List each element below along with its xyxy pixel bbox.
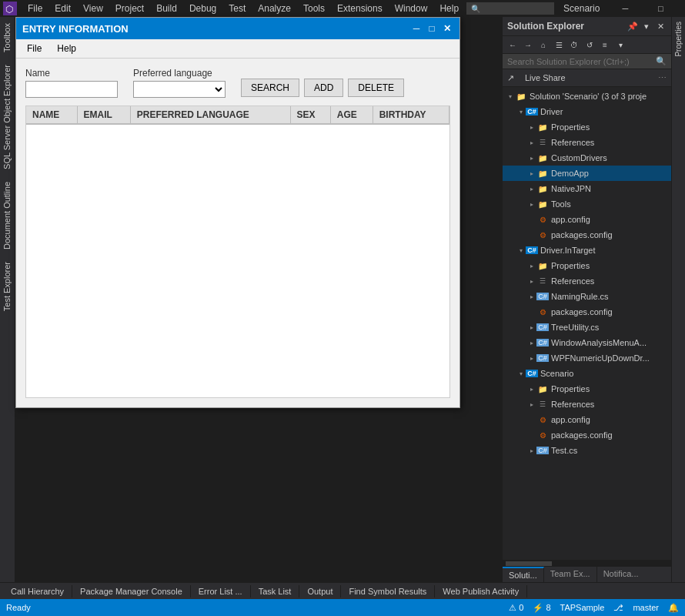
menu-edit[interactable]: Edit (48, 2, 77, 15)
tree-expand-arrow[interactable]: ▸ (527, 336, 536, 349)
live-share-extra-icon[interactable]: ⋯ (658, 73, 667, 83)
sidebar-item-doc-outline[interactable]: Document Outline (0, 176, 15, 256)
tree-expand-arrow[interactable]: ▸ (527, 182, 536, 195)
tree-item[interactable]: ▸📁CustomDrivers (503, 150, 671, 166)
sol-home-btn[interactable]: ⌂ (536, 38, 550, 52)
sol-settings-icon[interactable]: ▾ (613, 38, 627, 52)
solution-explorer-search-input[interactable] (507, 57, 656, 66)
tree-item[interactable]: ⚙app.config (503, 212, 671, 227)
tree-item[interactable]: ▾C#Scenario (503, 366, 671, 381)
tree-expand-arrow[interactable] (527, 429, 536, 441)
tree-item[interactable]: ▸📁Properties (503, 381, 671, 397)
sol-forward-btn[interactable]: → (521, 38, 535, 52)
search-button[interactable]: SEARCH (241, 79, 299, 97)
dialog-menu-file[interactable]: File (19, 41, 49, 56)
tree-expand-arrow[interactable]: ▸ (527, 152, 536, 164)
scrollbar-thumb[interactable] (506, 561, 552, 566)
tree-expand-arrow[interactable]: ▸ (527, 383, 536, 395)
dialog-minimize-button[interactable]: ─ (410, 22, 423, 35)
tab-output[interactable]: Output (299, 585, 341, 598)
minimize-button[interactable]: ─ (607, 0, 643, 17)
tree-item[interactable]: ▸C#Test.cs (503, 443, 671, 458)
solution-explorer-tree[interactable]: ▾📁Solution 'Scenario' (3 of 3 proje▾C#Dr… (503, 87, 671, 560)
properties-tab[interactable]: Properties (672, 17, 685, 62)
data-table-container[interactable]: NAME EMAIL PREFERRED LANGUAGE SEX AGE BI… (25, 105, 450, 398)
menu-view[interactable]: View (77, 2, 109, 15)
tree-expand-arrow[interactable] (527, 213, 536, 226)
tree-expand-arrow[interactable]: ▸ (527, 352, 536, 364)
sol-show-files-btn[interactable]: ☰ (552, 38, 566, 52)
sol-collapse-btn[interactable]: ≡ (598, 38, 612, 52)
maximize-button[interactable]: □ (643, 0, 678, 17)
sol-dropdown-icon[interactable]: ▾ (640, 20, 653, 32)
tree-expand-arrow[interactable]: ▸ (527, 321, 536, 333)
tree-item[interactable]: ▸📁DemoApp (503, 166, 671, 181)
sidebar-item-toolbox[interactable]: Toolbox (0, 17, 15, 59)
tree-item[interactable]: ▾C#Driver (503, 104, 671, 119)
pref-lang-select[interactable] (133, 81, 226, 98)
menu-build[interactable]: Build (150, 2, 183, 15)
dialog-close-button[interactable]: ✕ (441, 22, 453, 35)
global-search-input[interactable] (480, 4, 550, 13)
sidebar-item-sql-server[interactable]: SQL Server Object Explorer (0, 59, 15, 176)
sol-back-btn[interactable]: ← (506, 38, 520, 52)
delete-button[interactable]: DELETE (348, 79, 404, 97)
tree-expand-arrow[interactable]: ▸ (527, 444, 536, 457)
menu-extensions[interactable]: Extensions (331, 2, 389, 15)
add-button[interactable]: ADD (304, 79, 343, 97)
live-share-button[interactable]: Live Share (519, 72, 572, 84)
tab-solution-explorer[interactable]: Soluti... (503, 567, 544, 582)
tree-item[interactable]: ⚙app.config (503, 412, 671, 427)
tab-find-symbol-results[interactable]: Find Symbol Results (341, 585, 435, 598)
tab-notifications[interactable]: Notifica... (597, 567, 645, 582)
menu-file[interactable]: File (22, 2, 48, 15)
tree-item[interactable]: ▸C#NamingRule.cs (503, 289, 671, 304)
tree-expand-arrow[interactable]: ▾ (516, 105, 526, 118)
tree-expand-arrow[interactable]: ▸ (527, 167, 536, 179)
dialog-maximize-button[interactable]: □ (426, 22, 438, 35)
menu-tools[interactable]: Tools (297, 2, 331, 15)
sol-refresh-btn[interactable]: ↺ (583, 38, 596, 52)
tree-expand-arrow[interactable]: ▸ (527, 136, 536, 149)
solution-explorer-scrollbar-h[interactable] (503, 560, 671, 566)
tree-expand-arrow[interactable]: ▸ (527, 259, 536, 272)
tree-item[interactable]: ▸C#WPFNumericUpDownDr... (503, 350, 671, 366)
sidebar-item-test-explorer[interactable]: Test Explorer (0, 256, 15, 317)
tree-expand-arrow[interactable]: ▸ (527, 290, 536, 303)
tree-expand-arrow[interactable]: ▾ (516, 244, 526, 256)
tree-item[interactable]: ▸📁Properties (503, 258, 671, 273)
tree-item[interactable]: ▸C#TreeUtility.cs (503, 320, 671, 335)
tree-expand-arrow[interactable] (527, 306, 536, 318)
tab-call-hierarchy[interactable]: Call Hierarchy (3, 585, 72, 598)
tree-expand-arrow[interactable]: ▸ (527, 398, 536, 410)
tree-item[interactable]: ▸📁NativeJPN (503, 181, 671, 196)
close-button[interactable]: ✕ (678, 0, 685, 17)
tree-item[interactable]: ▸☰References (503, 397, 671, 412)
name-input[interactable] (25, 81, 118, 98)
tree-item[interactable]: ▾C#Driver.InTarget (503, 243, 671, 258)
tree-expand-arrow[interactable]: ▸ (527, 198, 536, 210)
tree-item[interactable]: ▸C#WindowAnalysisMenuA... (503, 335, 671, 350)
tree-item[interactable]: ⚙packages.config (503, 304, 671, 320)
tree-item[interactable]: ▸☰References (503, 135, 671, 150)
tab-web-publish-activity[interactable]: Web Publish Activity (435, 585, 527, 598)
tree-item[interactable]: ▸☰References (503, 273, 671, 289)
tree-item[interactable]: ▸📁Properties (503, 119, 671, 135)
menu-help[interactable]: Help (433, 2, 465, 15)
tab-package-manager[interactable]: Package Manager Console (72, 585, 191, 598)
menu-project[interactable]: Project (109, 2, 150, 15)
menu-test[interactable]: Test (222, 2, 252, 15)
status-notification-icon[interactable]: 🔔 (668, 603, 679, 613)
sol-pin-icon[interactable]: 📌 (627, 20, 639, 32)
tab-error-list[interactable]: Error List ... (191, 585, 251, 598)
tree-expand-arrow[interactable]: ▾ (516, 367, 526, 380)
tab-task-list[interactable]: Task List (251, 585, 300, 598)
sol-close-icon[interactable]: ✕ (654, 20, 667, 32)
tree-expand-arrow[interactable]: ▾ (506, 90, 515, 102)
tree-item[interactable]: ▾📁Solution 'Scenario' (3 of 3 proje (503, 89, 671, 104)
menu-analyze[interactable]: Analyze (252, 2, 297, 15)
sol-pending-btn[interactable]: ⏱ (567, 38, 581, 52)
tree-expand-arrow[interactable]: ▸ (527, 121, 536, 133)
tab-team-explorer[interactable]: Team Ex... (544, 567, 597, 582)
tree-item[interactable]: ⚙packages.config (503, 427, 671, 443)
